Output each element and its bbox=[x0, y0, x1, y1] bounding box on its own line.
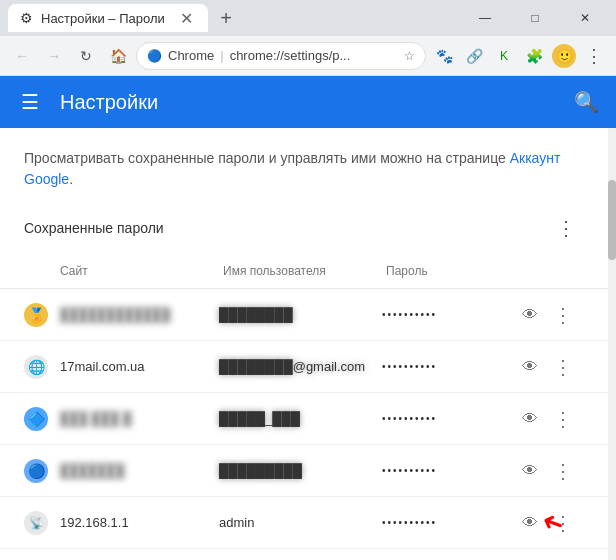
address-prefix: Chrome bbox=[168, 48, 214, 63]
row-menu-button-2[interactable]: ⋮ bbox=[548, 404, 578, 434]
info-text: Просматривать сохраненные пароли и управ… bbox=[24, 150, 510, 166]
username-4: admin bbox=[219, 515, 382, 530]
site-name-3: ███████ bbox=[56, 463, 219, 478]
site-name-4: 192.168.1.1 bbox=[56, 515, 219, 530]
password-dots-3: •••••••••• bbox=[382, 465, 512, 476]
table-row: 📡 192.168.1.1 admin •••••••••• 👁 ⋮ ➜ bbox=[0, 497, 608, 549]
kaspersky-icon[interactable]: K bbox=[490, 42, 518, 70]
address-text: chrome://settings/p... bbox=[230, 48, 398, 63]
password-dots-4: •••••••••• bbox=[382, 517, 512, 528]
row-menu-button-0[interactable]: ⋮ bbox=[548, 300, 578, 330]
title-bar: ⚙ Настройки – Пароли ✕ + — □ ✕ bbox=[0, 0, 616, 36]
back-button[interactable]: ← bbox=[8, 42, 36, 70]
site-favicon-2: 🔷 bbox=[24, 407, 48, 431]
site-col-header: Сайт bbox=[56, 258, 219, 284]
site-favicon-3: 🔵 bbox=[24, 459, 48, 483]
toolbar-icons: 🐾 🔗 K 🧩 🙂 ⋮ bbox=[430, 42, 608, 70]
minimize-button[interactable]: — bbox=[462, 4, 508, 32]
reload-button[interactable]: ↻ bbox=[72, 42, 100, 70]
main-content: ☰ Настройки 🔍 Просматривать сохраненные … bbox=[0, 76, 616, 560]
password-dots-2: •••••••••• bbox=[382, 413, 512, 424]
tab-favicon: ⚙ bbox=[20, 10, 33, 26]
table-header: Сайт Имя пользователя Пароль bbox=[0, 254, 608, 289]
section-title: Сохраненные пароли bbox=[24, 220, 164, 236]
content-scroll-area[interactable]: Просматривать сохраненные пароли и управ… bbox=[0, 128, 608, 560]
scrollbar-track[interactable] bbox=[608, 128, 616, 560]
password-dots-0: •••••••••• bbox=[382, 309, 512, 320]
search-button[interactable]: 🔍 bbox=[568, 84, 604, 120]
new-tab-button[interactable]: + bbox=[212, 4, 240, 32]
site-name-2: ███ ███ █ bbox=[56, 411, 219, 426]
show-password-button-0[interactable]: 👁 bbox=[512, 306, 548, 324]
show-password-button-2[interactable]: 👁 bbox=[512, 410, 548, 428]
password-dots-1: •••••••••• bbox=[382, 361, 512, 372]
address-input[interactable]: 🔵 Chrome | chrome://settings/p... ☆ bbox=[136, 42, 426, 70]
page-title: Настройки bbox=[60, 91, 158, 114]
show-password-button-3[interactable]: 👁 bbox=[512, 462, 548, 480]
username-2: █████_███ bbox=[219, 411, 382, 426]
info-text-after: . bbox=[69, 171, 73, 187]
browser-frame: ⚙ Настройки – Пароли ✕ + — □ ✕ ← → ↻ 🏠 🔵… bbox=[0, 0, 616, 560]
saved-passwords-header: Сохраненные пароли ⋮ bbox=[0, 202, 608, 254]
maximize-button[interactable]: □ bbox=[512, 4, 558, 32]
site-favicon-1: 🌐 bbox=[24, 355, 48, 379]
address-bar: ← → ↻ 🏠 🔵 Chrome | chrome://settings/p..… bbox=[0, 36, 616, 76]
puzzle-icon[interactable]: 🧩 bbox=[520, 42, 548, 70]
site-favicon-4: 📡 bbox=[24, 511, 48, 535]
table-row: 🏅 ████████████ ████████ •••••••••• 👁 ⋮ bbox=[0, 289, 608, 341]
scrollbar-thumb[interactable] bbox=[608, 180, 616, 260]
username-0: ████████ bbox=[219, 307, 382, 322]
settings-nav-bar: ☰ Настройки 🔍 bbox=[0, 76, 616, 128]
tab-close-button[interactable]: ✕ bbox=[176, 8, 196, 28]
security-icon: 🔵 bbox=[147, 49, 162, 63]
bookmark-icon[interactable]: ☆ bbox=[404, 49, 415, 63]
site-name-1: 17mail.com.ua bbox=[56, 359, 219, 374]
info-section: Просматривать сохраненные пароли и управ… bbox=[0, 128, 608, 202]
chrome-menu-button[interactable]: ⋮ bbox=[580, 42, 608, 70]
row-menu-button-1[interactable]: ⋮ bbox=[548, 352, 578, 382]
menu-dots-icon: ⋮ bbox=[585, 45, 603, 67]
password-col-header: Пароль bbox=[382, 258, 512, 284]
extensions-icon[interactable]: 🐾 bbox=[430, 42, 458, 70]
active-tab[interactable]: ⚙ Настройки – Пароли ✕ bbox=[8, 4, 208, 32]
forward-button[interactable]: → bbox=[40, 42, 68, 70]
address-separator: | bbox=[220, 48, 223, 63]
username-1: ████████@gmail.com bbox=[219, 359, 382, 374]
avatar-button[interactable]: 🙂 bbox=[550, 42, 578, 70]
tab-title: Настройки – Пароли bbox=[41, 11, 168, 26]
user-avatar: 🙂 bbox=[552, 44, 576, 68]
username-col-header: Имя пользователя bbox=[219, 258, 382, 284]
site-name-0: ████████████ bbox=[56, 307, 219, 322]
table-row: 🔷 ███ ███ █ █████_███ •••••••••• 👁 ⋮ bbox=[0, 393, 608, 445]
close-button[interactable]: ✕ bbox=[562, 4, 608, 32]
window-controls: — □ ✕ bbox=[462, 4, 608, 32]
row-menu-button-3[interactable]: ⋮ bbox=[548, 456, 578, 486]
red-arrow-indicator: ➜ bbox=[537, 504, 568, 541]
username-3: █████████ bbox=[219, 463, 382, 478]
show-password-button-1[interactable]: 👁 bbox=[512, 358, 548, 376]
table-row: 🔵 ███████ █████████ •••••••••• 👁 ⋮ bbox=[0, 445, 608, 497]
page-content: ☰ Настройки 🔍 Просматривать сохраненные … bbox=[0, 76, 616, 560]
hamburger-button[interactable]: ☰ bbox=[12, 84, 48, 120]
section-menu-button[interactable]: ⋮ bbox=[548, 210, 584, 246]
site-favicon-0: 🏅 bbox=[24, 303, 48, 327]
home-button[interactable]: 🏠 bbox=[104, 42, 132, 70]
table-row: 🌐 17mail.com.ua ████████@gmail.com •••••… bbox=[0, 341, 608, 393]
link-icon[interactable]: 🔗 bbox=[460, 42, 488, 70]
